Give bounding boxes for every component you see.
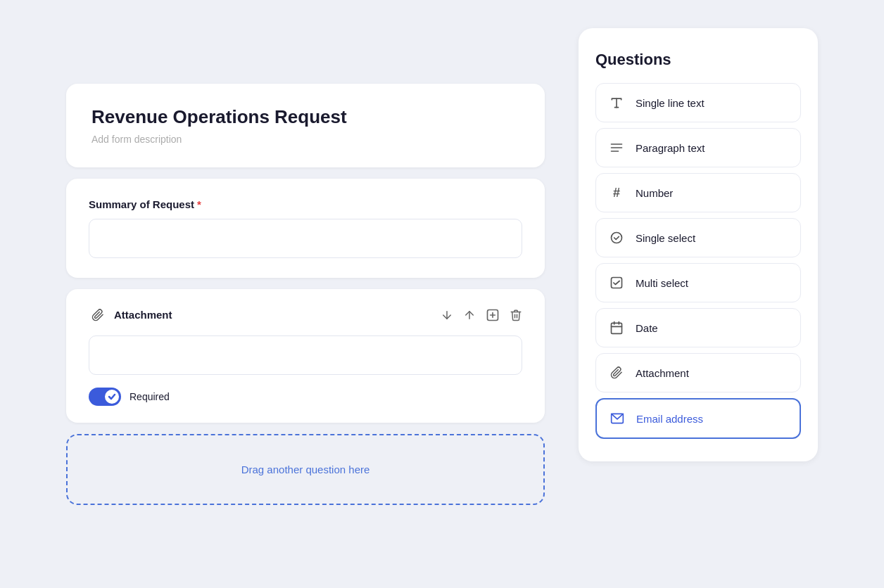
attachment-icon: [607, 364, 626, 382]
question-item-paragraph-text[interactable]: Paragraph text: [595, 128, 801, 167]
attachment-input-box[interactable]: [89, 335, 522, 375]
question-label-number: Number: [636, 187, 673, 199]
question-item-attachment[interactable]: Attachment: [595, 353, 801, 392]
required-row: Required: [89, 388, 522, 406]
delete-field-button[interactable]: [510, 309, 522, 321]
attachment-header: Attachment: [89, 306, 522, 324]
number-icon: #: [607, 184, 626, 202]
questions-title: Questions: [595, 51, 801, 69]
required-toggle[interactable]: [89, 388, 121, 406]
question-label-email-address: Email address: [636, 413, 703, 425]
single-select-icon: [607, 229, 626, 247]
question-label-attachment: Attachment: [636, 367, 689, 379]
attachment-title: Attachment: [114, 309, 172, 321]
question-label-paragraph-text: Paragraph text: [636, 142, 705, 154]
attachment-actions: [441, 308, 522, 322]
single-line-text-icon: [607, 94, 626, 112]
paperclip-icon: [89, 306, 107, 324]
date-icon: [607, 319, 626, 337]
question-item-number[interactable]: # Number: [595, 173, 801, 212]
attachment-card: Attachment: [66, 289, 545, 423]
question-item-single-select[interactable]: Single select: [595, 218, 801, 257]
svg-point-8: [612, 233, 622, 243]
svg-rect-10: [612, 323, 622, 333]
question-label-single-line-text: Single line text: [636, 97, 705, 109]
question-item-date[interactable]: Date: [595, 308, 801, 347]
attachment-title-row: Attachment: [89, 306, 172, 324]
right-panel: Questions Single line text Paragraph tex…: [579, 28, 818, 461]
summary-field-card: Summary of Request*: [66, 179, 545, 278]
move-down-button[interactable]: [441, 309, 453, 321]
paragraph-text-icon: [607, 139, 626, 157]
question-label-multi-select: Multi select: [636, 277, 688, 289]
summary-input[interactable]: [89, 219, 522, 258]
form-title: Revenue Operations Request: [91, 106, 519, 128]
form-description: Add form description: [91, 134, 519, 145]
app-container: Revenue Operations Request Add form desc…: [0, 0, 884, 588]
question-label-date: Date: [636, 322, 658, 334]
left-panel: Revenue Operations Request Add form desc…: [66, 84, 545, 505]
email-icon: [608, 409, 626, 428]
summary-label: Summary of Request*: [89, 198, 522, 210]
multi-select-icon: [607, 274, 626, 292]
question-item-multi-select[interactable]: Multi select: [595, 263, 801, 302]
question-label-single-select: Single select: [636, 232, 695, 244]
question-item-single-line-text[interactable]: Single line text: [595, 83, 801, 122]
add-field-button[interactable]: [486, 308, 500, 322]
required-star: *: [197, 198, 201, 210]
toggle-knob: [105, 390, 119, 404]
move-up-button[interactable]: [463, 309, 476, 321]
required-label: Required: [130, 391, 170, 402]
form-header-card: Revenue Operations Request Add form desc…: [66, 84, 545, 167]
drag-zone-text: Drag another question here: [241, 464, 370, 475]
drag-zone[interactable]: Drag another question here: [66, 434, 545, 505]
question-item-email-address[interactable]: Email address: [595, 398, 801, 439]
